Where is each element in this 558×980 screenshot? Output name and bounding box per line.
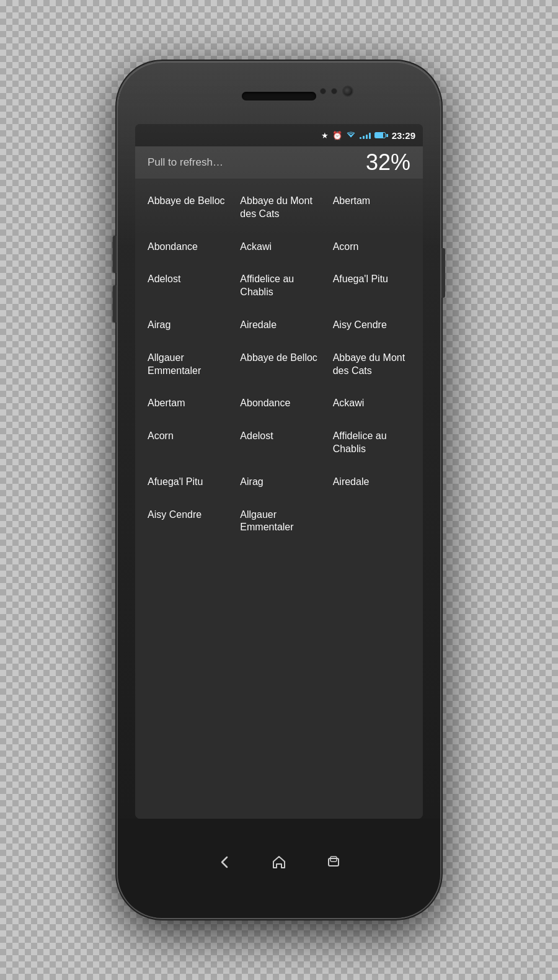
cheese-cell[interactable]: Ackawi [232, 231, 325, 264]
cheese-cell[interactable]: Abbaye du Mont des Cats [232, 185, 325, 231]
recents-button[interactable] [325, 853, 342, 871]
cheese-cell[interactable]: Abertam [140, 387, 232, 420]
power-button[interactable] [441, 248, 445, 298]
back-button[interactable] [216, 853, 233, 871]
sensor-dot [320, 88, 326, 94]
phone-device: ★ ⏰ [118, 62, 440, 918]
cheese-cell[interactable]: Acorn [140, 420, 232, 466]
cheese-cell[interactable]: Affidelice au Chablis [326, 420, 418, 466]
status-bar: ★ ⏰ [135, 124, 423, 146]
status-icons: ★ ⏰ [321, 130, 415, 141]
volume-down-button[interactable] [113, 285, 117, 323]
cheese-cell[interactable]: Airedale [326, 466, 418, 499]
pull-to-refresh-bar[interactable]: Pull to refresh… 32% [135, 146, 423, 179]
cheese-cell[interactable]: Abondance [140, 231, 232, 264]
cheese-cell[interactable]: Abbaye du Mont des Cats [326, 342, 418, 388]
bluetooth-icon: ★ [321, 131, 329, 140]
cheese-cell[interactable]: Afuega'l Pitu [326, 263, 418, 309]
navigation-bar [118, 819, 440, 918]
cheese-cell[interactable]: Acorn [326, 231, 418, 264]
cheese-cell[interactable]: Airag [232, 466, 325, 499]
cheese-cell[interactable]: Allgauer Emmentaler [232, 499, 325, 545]
pull-refresh-percent: 32% [366, 149, 410, 176]
cheese-grid: Abbaye de BellocAbbaye du Mont des CatsA… [135, 185, 423, 544]
volume-up-button[interactable] [113, 236, 117, 273]
cheese-cell[interactable]: Airag [140, 309, 232, 342]
cheese-cell[interactable] [326, 499, 418, 545]
cheese-list-content[interactable]: Abbaye de BellocAbbaye du Mont des CatsA… [135, 179, 423, 819]
signal-strength-icon [360, 131, 371, 139]
cheese-cell[interactable]: Abondance [232, 387, 325, 420]
cheese-cell[interactable]: Allgauer Emmentaler [140, 342, 232, 388]
cheese-cell[interactable]: Afuega'l Pitu [140, 466, 232, 499]
home-button[interactable] [270, 853, 288, 871]
cheese-cell[interactable]: Affidelice au Chablis [232, 263, 325, 309]
phone-screen: ★ ⏰ [135, 124, 423, 819]
wifi-icon [346, 131, 356, 140]
cheese-cell[interactable]: Abbaye de Belloc [232, 342, 325, 388]
battery-icon [374, 132, 388, 138]
cheese-cell[interactable]: Airedale [232, 309, 325, 342]
speaker-grille [242, 92, 316, 100]
cheese-cell[interactable]: Abbaye de Belloc [140, 185, 232, 231]
alarm-icon: ⏰ [332, 131, 342, 140]
cheese-cell[interactable]: Ackawi [326, 387, 418, 420]
cheese-cell[interactable]: Adelost [140, 263, 232, 309]
cheese-cell[interactable]: Abertam [326, 185, 418, 231]
pull-refresh-label: Pull to refresh… [148, 156, 223, 169]
status-time: 23:29 [392, 130, 415, 141]
front-camera [342, 86, 353, 97]
camera-area [320, 86, 353, 97]
cheese-cell[interactable]: Aisy Cendre [326, 309, 418, 342]
cheese-cell[interactable]: Adelost [232, 420, 325, 466]
sensor-dot2 [331, 88, 337, 94]
cheese-cell[interactable]: Aisy Cendre [140, 499, 232, 545]
